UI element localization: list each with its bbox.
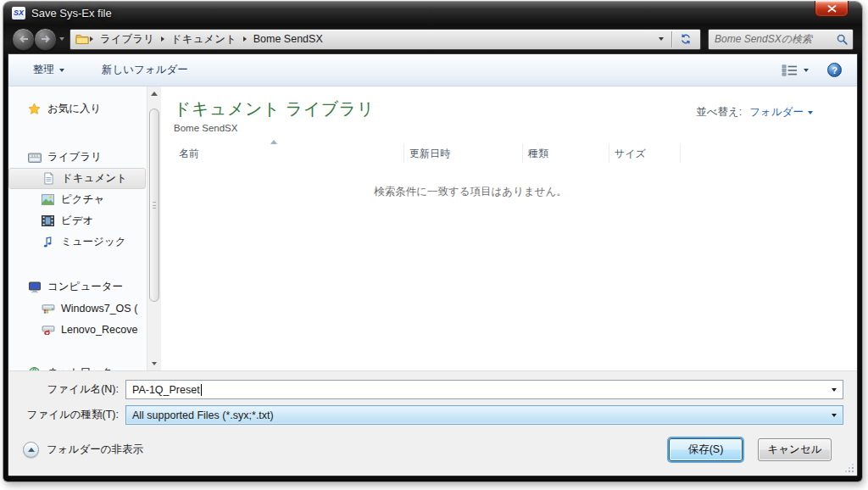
resize-grip[interactable] (845, 464, 854, 472)
sort-ascending-icon (270, 140, 277, 144)
sidebar-item-label: Windows7_OS ( (61, 303, 137, 315)
app-icon: SX (12, 7, 25, 19)
save-button[interactable]: 保存(S) (669, 438, 743, 461)
arrange-by-control: 並べ替え: フォルダー (696, 105, 813, 120)
breadcrumb-libraries[interactable]: ライブラリ (94, 32, 160, 47)
address-row: ライブラリ ドキュメント Bome SendSX (8, 24, 857, 54)
breadcrumb-separator-icon (161, 36, 164, 42)
organize-button[interactable]: 整理 (25, 58, 72, 81)
back-button[interactable] (12, 28, 35, 51)
sidebar-item-computer[interactable]: コンピューター (8, 276, 147, 298)
arrange-by-value: フォルダー (749, 105, 804, 120)
filetype-value: All supported Files (*.syx;*.txt) (132, 409, 274, 421)
refresh-icon (680, 33, 692, 45)
hide-folders-label: フォルダーの非表示 (47, 443, 143, 457)
sidebar-item-label: ピクチャ (61, 192, 104, 207)
save-dialog-window: SX Save Sys-Ex file (3, 2, 862, 482)
filename-input[interactable]: PA-1Q_Preset (125, 380, 843, 399)
scroll-down-button[interactable] (147, 356, 161, 370)
search-icon[interactable] (836, 33, 849, 46)
sidebar-item-label: ビデオ (61, 214, 93, 228)
recovery-drive-icon (41, 324, 55, 335)
filetype-label: ファイルの種類(T): (8, 408, 125, 422)
sidebar-item-label: Lenovo_Recove (61, 324, 137, 336)
sidebar-item-label: ミュージック (61, 235, 125, 249)
scrollbar-thumb[interactable] (149, 109, 159, 302)
sidebar-item-label: コンピューター (47, 280, 123, 294)
sidebar-item-label: ドキュメント (62, 171, 127, 186)
filetype-row: ファイルの種類(T): All supported Files (*.syx;*… (8, 405, 843, 425)
sidebar-item-documents[interactable]: ドキュメント (8, 168, 146, 189)
chevron-down-icon (808, 111, 813, 114)
sidebar-gap (8, 340, 147, 362)
history-dropdown-icon[interactable] (59, 37, 64, 41)
address-bar[interactable]: ライブラリ ドキュメント Bome SendSX (70, 29, 701, 50)
navigation-buttons (12, 28, 67, 51)
help-button[interactable]: ? (827, 63, 842, 77)
library-title: ドキュメント ライブラリ (174, 97, 375, 120)
library-icon (27, 152, 42, 164)
help-icon: ? (832, 65, 837, 75)
forward-button[interactable] (34, 28, 57, 51)
arrange-by-label: 並べ替え: (696, 105, 742, 120)
sidebar-item-label: お気に入り (47, 102, 101, 116)
change-view-button[interactable] (776, 61, 814, 80)
library-location: Bome SendSX (174, 123, 375, 133)
filename-dropdown-icon[interactable] (832, 388, 837, 392)
sidebar-gap (8, 120, 147, 147)
views-icon (782, 64, 798, 76)
filetype-select[interactable]: All supported Files (*.syx;*.txt) (125, 405, 843, 425)
browse-body: お気に入り ライブラリ ドキュメント (8, 86, 857, 370)
footer-actions-row: フォルダーの非表示 保存(S) キャンセル (8, 438, 843, 461)
breadcrumb-documents[interactable]: ドキュメント (165, 32, 242, 47)
breadcrumb-separator-icon (90, 36, 93, 42)
window-title: Save Sys-Ex file (31, 7, 112, 19)
title-bar[interactable]: SX Save Sys-Ex file (8, 2, 857, 24)
text-caret (201, 384, 202, 396)
scroll-up-icon (151, 92, 158, 96)
picture-icon (41, 194, 55, 205)
hard-drive-icon (41, 303, 55, 314)
document-icon (42, 172, 56, 185)
sidebar-item-videos[interactable]: ビデオ (8, 210, 147, 231)
column-header-date-modified[interactable]: 更新日時 (404, 143, 523, 163)
scroll-up-button[interactable] (147, 86, 161, 101)
sidebar-item-lenovo-recovery-drive[interactable]: Lenovo_Recove (8, 319, 147, 340)
breadcrumb-separator-icon (243, 36, 247, 42)
sidebar-item-windows7-os-drive[interactable]: Windows7_OS ( (8, 298, 147, 319)
breadcrumb-bome-sendsx[interactable]: Bome SendSX (248, 33, 329, 45)
arrange-by-dropdown[interactable]: フォルダー (749, 105, 813, 120)
hide-folders-button[interactable]: フォルダーの非表示 (23, 442, 143, 458)
chevron-down-icon (59, 69, 64, 72)
sidebar-item-pictures[interactable]: ピクチャ (8, 189, 147, 210)
sidebar-gap (8, 253, 147, 276)
sidebar-scrollbar[interactable] (147, 86, 161, 370)
sidebar-item-favorites[interactable]: お気に入り (8, 98, 147, 120)
column-header-size[interactable]: サイズ (609, 143, 681, 163)
music-note-icon (41, 236, 55, 248)
new-folder-label: 新しいフォルダー (102, 63, 188, 77)
close-button[interactable] (815, 1, 849, 17)
sidebar-item-music[interactable]: ミュージック (8, 231, 147, 253)
search-input[interactable] (715, 33, 836, 45)
search-box[interactable] (708, 29, 854, 50)
filename-label: ファイル名(N): (8, 382, 125, 397)
sidebar-item-label: ライブラリ (47, 150, 102, 164)
navigation-pane: お気に入り ライブラリ ドキュメント (8, 86, 147, 370)
sidebar-item-libraries[interactable]: ライブラリ (8, 147, 147, 168)
address-dropdown-button[interactable] (653, 37, 670, 41)
library-titles: ドキュメント ライブラリ Bome SendSX (174, 97, 375, 133)
filetype-dropdown-icon[interactable] (832, 414, 837, 417)
command-toolbar: 整理 新しいフォルダー ? (8, 54, 857, 86)
refresh-button[interactable] (674, 33, 698, 45)
new-folder-button[interactable]: 新しいフォルダー (94, 58, 196, 81)
filename-row: ファイル名(N): PA-1Q_Preset (8, 380, 843, 399)
column-header-type[interactable]: 種類 (523, 143, 609, 163)
star-icon (27, 103, 42, 115)
video-icon (41, 215, 55, 226)
empty-folder-message: 検索条件に一致する項目はありません。 (174, 185, 767, 199)
folder-icon (75, 33, 89, 45)
cancel-button[interactable]: キャンセル (758, 438, 832, 461)
column-header-name[interactable]: 名前 (174, 143, 404, 163)
sidebar-item-network[interactable]: ネットワーク (8, 362, 147, 370)
